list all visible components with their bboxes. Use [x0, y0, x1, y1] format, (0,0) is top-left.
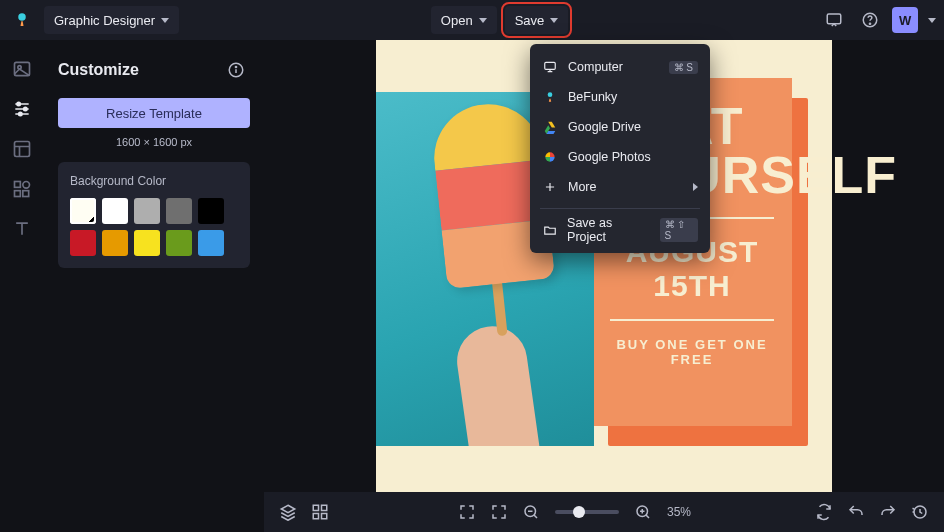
- dd-label: Save as Project: [567, 216, 649, 244]
- chevron-down-icon: [161, 18, 169, 23]
- editor-mode-dropdown[interactable]: Graphic Designer: [44, 6, 179, 34]
- dd-label: Google Photos: [568, 150, 651, 164]
- poster-subline: BUY ONE GET ONE FREE: [606, 337, 778, 367]
- info-icon[interactable]: [222, 56, 250, 84]
- color-swatch[interactable]: [70, 198, 96, 224]
- color-swatch[interactable]: [102, 230, 128, 256]
- color-swatch[interactable]: [134, 198, 160, 224]
- tool-rail: [0, 40, 44, 532]
- resize-label: Resize Template: [106, 106, 202, 121]
- divider: [540, 208, 700, 209]
- app-logo[interactable]: [8, 6, 36, 34]
- save-computer-item[interactable]: Computer ⌘ S: [530, 52, 710, 82]
- svg-rect-13: [23, 191, 29, 197]
- editor-mode-label: Graphic Designer: [54, 13, 155, 28]
- chevron-down-icon: [928, 18, 936, 23]
- svg-point-24: [548, 92, 553, 97]
- avatar-initial: W: [899, 13, 911, 28]
- user-avatar[interactable]: W: [892, 7, 918, 33]
- layers-button[interactable]: [274, 498, 302, 526]
- rail-templates-icon[interactable]: [11, 138, 33, 160]
- canvas-dimensions: 1600 × 1600 px: [58, 136, 250, 148]
- save-more-item[interactable]: More: [530, 172, 710, 202]
- dd-label: BeFunky: [568, 90, 617, 104]
- zoom-in-button[interactable]: [629, 498, 657, 526]
- svg-rect-23: [545, 62, 556, 69]
- svg-rect-16: [313, 505, 318, 510]
- chevron-down-icon: [479, 18, 487, 23]
- color-swatch[interactable]: [134, 230, 160, 256]
- color-swatch[interactable]: [166, 230, 192, 256]
- history-button[interactable]: [906, 498, 934, 526]
- kbd-shortcut: ⌘ ⇧ S: [660, 218, 698, 242]
- help-button[interactable]: [856, 6, 884, 34]
- svg-point-3: [869, 23, 870, 24]
- rail-adjust-icon[interactable]: [11, 98, 33, 120]
- chevron-down-icon: [550, 18, 558, 23]
- rail-image-icon[interactable]: [11, 58, 33, 80]
- dd-label: More: [568, 180, 596, 194]
- befunky-icon: [542, 89, 558, 105]
- topbar: Graphic Designer Open Save W: [0, 0, 944, 40]
- svg-rect-12: [15, 191, 21, 197]
- dd-label: Computer: [568, 60, 623, 74]
- svg-point-7: [24, 107, 27, 110]
- save-label: Save: [515, 13, 545, 28]
- bg-color-label: Background Color: [70, 174, 238, 188]
- kbd-shortcut: ⌘ S: [669, 61, 698, 74]
- svg-rect-9: [15, 142, 30, 157]
- rail-text-icon[interactable]: [11, 218, 33, 240]
- save-project-item[interactable]: Save as Project ⌘ ⇧ S: [530, 215, 710, 245]
- save-befunky-item[interactable]: BeFunky: [530, 82, 710, 112]
- desktop-icon: [542, 59, 558, 75]
- svg-rect-1: [827, 14, 841, 24]
- fullscreen-button[interactable]: [453, 498, 481, 526]
- google-photos-icon: [542, 149, 558, 165]
- plus-icon: [542, 179, 558, 195]
- resize-template-button[interactable]: Resize Template: [58, 98, 250, 128]
- feedback-button[interactable]: [820, 6, 848, 34]
- grid-button[interactable]: [306, 498, 334, 526]
- zoom-out-button[interactable]: [517, 498, 545, 526]
- panel-title: Customize: [58, 61, 139, 79]
- svg-rect-10: [15, 182, 21, 188]
- save-dropdown: Computer ⌘ S BeFunky Google Drive Google…: [530, 44, 710, 253]
- svg-point-0: [18, 13, 26, 21]
- save-gdrive-item[interactable]: Google Drive: [530, 112, 710, 142]
- bottom-toolbar: 35%: [264, 492, 944, 532]
- background-color-card: Background Color: [58, 162, 250, 268]
- svg-point-8: [19, 112, 22, 115]
- swatch-grid: [70, 198, 238, 256]
- color-swatch[interactable]: [102, 198, 128, 224]
- svg-rect-18: [313, 514, 318, 519]
- sync-button[interactable]: [810, 498, 838, 526]
- save-button[interactable]: Save: [505, 6, 569, 34]
- color-swatch[interactable]: [70, 230, 96, 256]
- color-swatch[interactable]: [166, 198, 192, 224]
- open-label: Open: [441, 13, 473, 28]
- svg-point-6: [17, 102, 20, 105]
- svg-rect-17: [322, 505, 327, 510]
- chevron-right-icon: [693, 183, 698, 191]
- save-gphotos-item[interactable]: Google Photos: [530, 142, 710, 172]
- hand-shape: [453, 322, 542, 446]
- folder-icon: [542, 222, 557, 238]
- open-button[interactable]: Open: [431, 6, 497, 34]
- redo-button[interactable]: [874, 498, 902, 526]
- color-swatch[interactable]: [198, 230, 224, 256]
- google-drive-icon: [542, 119, 558, 135]
- fit-button[interactable]: [485, 498, 513, 526]
- dd-label: Google Drive: [568, 120, 641, 134]
- undo-button[interactable]: [842, 498, 870, 526]
- zoom-slider[interactable]: [555, 510, 619, 514]
- svg-point-11: [23, 182, 30, 189]
- zoom-percent: 35%: [667, 505, 691, 519]
- zoom-thumb[interactable]: [573, 506, 585, 518]
- rail-elements-icon[interactable]: [11, 178, 33, 200]
- divider: [610, 319, 774, 321]
- svg-rect-19: [322, 514, 327, 519]
- customize-panel: Customize Resize Template 1600 × 1600 px…: [44, 40, 264, 532]
- color-swatch[interactable]: [198, 198, 224, 224]
- svg-point-15: [235, 66, 236, 67]
